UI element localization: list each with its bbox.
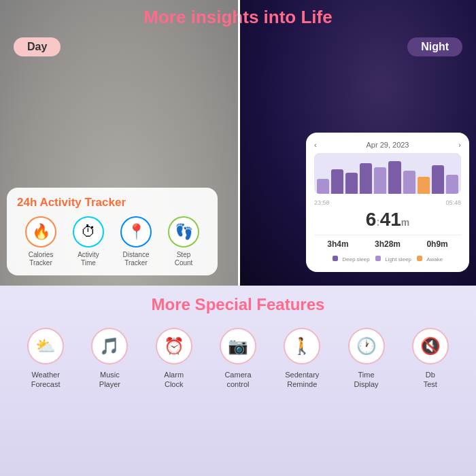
light-sleep-dot [375, 256, 381, 261]
sleep-bar-4 [360, 163, 372, 194]
sleep-date: Apr 29, 2023 [367, 141, 409, 149]
legend-light: Light sleep [375, 252, 411, 264]
sleep-bar-10 [446, 175, 458, 194]
activity-time-icon-circle: ⏱ [73, 216, 104, 248]
music-icon-circle: 🎵 [91, 328, 128, 364]
sleep-bar-9 [432, 165, 444, 194]
activity-time-label: ActivityTime [78, 251, 99, 267]
day-badge: Day [14, 37, 61, 56]
sleep-stats: 3h4m 3h28m 0h9m [314, 235, 461, 249]
feature-alarm: ⏰ AlarmClock [147, 328, 201, 390]
sedentary-icon-circle: 🚶 [284, 328, 320, 364]
deep-sleep-legend-label: Deep sleep [342, 256, 369, 262]
day-side: Day 24h Activity Tracker 🔥 CaloriesTrack… [0, 0, 238, 286]
steps-icon-circle: 👣 [168, 216, 199, 248]
sleep-bar-1 [317, 179, 329, 194]
sleep-bar-8 [418, 177, 430, 194]
feature-music: 🎵 MusicPlayer [82, 328, 137, 390]
steps-label: StepCount [175, 251, 193, 267]
camera-label: Cameracontrol [224, 370, 251, 390]
calories-label: CaloriesTracker [29, 251, 54, 267]
time-display-label: TimeDisplay [354, 370, 379, 390]
feature-sedentary: 🚶 SedentaryReminde [275, 328, 329, 390]
activity-tracker-box: 24h Activity Tracker 🔥 CaloriesTracker ⏱… [7, 188, 218, 275]
night-side: Night ‹ Apr 29, 2023 › [238, 0, 476, 286]
night-badge: Night [407, 37, 462, 56]
time-icon-circle: 🕐 [348, 328, 385, 364]
sleep-chart [314, 153, 461, 194]
sleep-end-time: 05:48 [445, 199, 461, 206]
db-label: DbTest [424, 370, 437, 390]
feature-db: 🔇 DbTest [403, 328, 458, 390]
next-arrow[interactable]: › [458, 141, 461, 149]
light-sleep-stat: 3h28m [375, 239, 401, 249]
activity-item-time: ⏱ ActivityTime [67, 216, 111, 267]
sedentary-label: SedentaryReminde [285, 370, 319, 390]
sleep-bar-6 [388, 161, 401, 194]
activity-item-calories: 🔥 CaloriesTracker [19, 216, 63, 267]
distance-icon-circle: 📍 [120, 216, 152, 248]
awake-value: 0h9m [426, 239, 447, 249]
sleep-card: ‹ Apr 29, 2023 › 2 [306, 133, 469, 272]
divider [238, 0, 240, 286]
activity-icons-row: 🔥 CaloriesTracker ⏱ ActivityTime 📍 Dista… [17, 216, 207, 267]
sleep-bar-2 [331, 169, 343, 194]
deep-sleep-stat: 3h4m [327, 239, 348, 249]
alarm-icon-circle: ⏰ [156, 328, 192, 364]
deep-sleep-dot [333, 256, 338, 261]
sleep-bar-5 [374, 167, 386, 194]
alarm-label: AlarmClock [164, 370, 184, 390]
sleep-card-header: ‹ Apr 29, 2023 › [314, 141, 461, 149]
special-features-title: More Special Features [0, 286, 476, 314]
top-section: More insights into Life Day 24h Activity… [0, 0, 476, 286]
sleep-bars [314, 153, 461, 194]
deep-sleep-value: 3h4m [327, 239, 348, 249]
sleep-bar-7 [403, 171, 415, 194]
awake-stat: 0h9m [426, 239, 447, 249]
legend-deep: Deep sleep [333, 252, 370, 264]
feature-weather: ⛅ WeatherForecast [18, 328, 73, 390]
activity-tracker-title: 24h Activity Tracker [17, 196, 207, 209]
distance-label: DistanceTracker [123, 251, 150, 267]
awake-dot [417, 256, 422, 261]
bottom-section: More Special Features ⛅ WeatherForecast … [0, 286, 476, 476]
weather-icon-circle: ⛅ [27, 328, 64, 364]
awake-legend-label: Awake [426, 256, 443, 262]
prev-arrow[interactable]: ‹ [314, 141, 317, 149]
features-grid: ⛅ WeatherForecast 🎵 MusicPlayer ⏰ AlarmC… [0, 328, 476, 390]
weather-label: WeatherForecast [31, 370, 61, 390]
light-sleep-legend-label: Light sleep [385, 256, 411, 262]
sleep-start-time: 23:58 [314, 199, 330, 206]
light-sleep-value: 3h28m [375, 239, 401, 249]
calories-icon-circle: 🔥 [25, 216, 56, 248]
camera-icon-circle: 📷 [220, 328, 256, 364]
activity-item-distance: 📍 DistanceTracker [114, 216, 158, 267]
sleep-main-time: 6:41m [314, 209, 461, 231]
db-icon-circle: 🔇 [412, 328, 449, 364]
sleep-bar-3 [345, 173, 358, 194]
sleep-legend: Deep sleep Light sleep Awake [314, 252, 461, 264]
feature-camera: 📷 Cameracontrol [211, 328, 265, 390]
legend-awake: Awake [417, 252, 443, 264]
music-label: MusicPlayer [99, 370, 120, 390]
activity-item-steps: 👣 StepCount [162, 216, 206, 267]
feature-time: 🕐 TimeDisplay [339, 328, 394, 390]
sleep-time-range: 23:58 05:48 [314, 199, 461, 206]
